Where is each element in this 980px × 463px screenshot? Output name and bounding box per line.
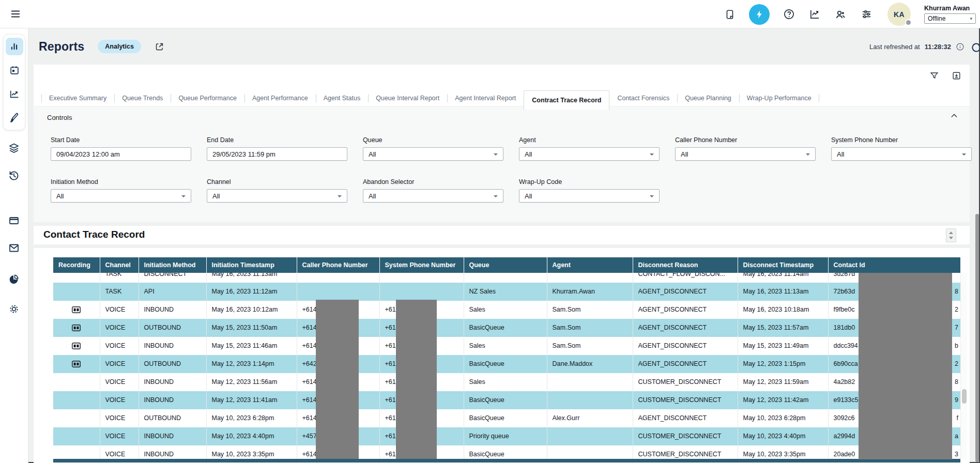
table-row: VOICEINBOUNDMay 15, 2023 11:46am+614+612… (53, 337, 960, 355)
sidebar-item-mail[interactable] (5, 239, 23, 257)
sidebar-item-gear[interactable] (5, 300, 23, 318)
table-header-row: RecordingChannelInitiation MethodInitiat… (53, 257, 960, 273)
chevron-up-icon[interactable] (950, 112, 958, 120)
cell-disconnect-reason: AGENT_DISCONNECT (633, 301, 738, 319)
table-vertical-scrollbar-thumb[interactable] (962, 389, 967, 404)
contact-id-end: 9 (955, 391, 958, 409)
tab-queue-interval-report[interactable]: Queue Interval Report (368, 90, 447, 106)
tab-agent-performance[interactable]: Agent Performance (244, 90, 316, 106)
cell-disconnect-reason: CONTACT_FLOW_DISCON... (633, 273, 738, 283)
cell-disconnect-reason: AGENT_DISCONNECT (633, 355, 738, 373)
tab-queue-performance[interactable]: Queue Performance (171, 90, 244, 106)
presence-value: Offline (928, 15, 945, 22)
notepad-icon[interactable] (723, 8, 737, 21)
scroll-spinner[interactable] (946, 228, 956, 242)
filter-agent: AgentAll (519, 136, 660, 161)
tab-queue-trends[interactable]: Queue Trends (114, 90, 171, 106)
table-row: VOICEINBOUNDMay 12, 2023 11:41am+614+612… (53, 391, 960, 409)
tab-contract-trace-record[interactable]: Contract Trace Record (524, 90, 609, 110)
sidebar-item-window[interactable] (5, 212, 23, 229)
filter-select-system-phone-number[interactable]: All (831, 147, 972, 161)
cell-agent (547, 273, 633, 283)
recording-icon[interactable] (72, 361, 81, 367)
filter-label: Abandon Selector (363, 178, 503, 186)
cell-disconnect-timestamp: May 12, 2023 1:15pm (738, 355, 828, 373)
cell-disconnect-reason: AGENT_DISCONNECT (633, 337, 738, 355)
cell-channel: VOICE (100, 373, 139, 391)
cell-initiation-method: INBOUND (139, 337, 206, 355)
tab-agent-interval-report[interactable]: Agent Interval Report (447, 90, 524, 106)
cell-agent (547, 391, 633, 409)
table-vertical-scrollbar[interactable] (960, 273, 967, 459)
avatar[interactable]: KA (887, 3, 911, 26)
table-block: RecordingChannelInitiation MethodInitiat… (34, 248, 970, 463)
filter-label: Start Date (51, 136, 191, 144)
sidebar-item-bar-chart[interactable] (6, 38, 23, 55)
filter-input-end-date[interactable]: 29/05/2023 11:59 pm (207, 147, 347, 161)
col-contact-id: Contact Id (828, 257, 960, 273)
filter-initiation-method: Initiation MethodAll (51, 178, 191, 203)
tab-queue-planning[interactable]: Queue Planning (677, 90, 739, 106)
recording-icon[interactable] (72, 325, 81, 331)
filter-label: System Phone Number (831, 136, 972, 144)
last-refreshed-time: 11:28:32 (925, 43, 951, 51)
spinner-up-icon[interactable] (949, 232, 953, 234)
download-icon[interactable] (952, 71, 961, 81)
sidebar-item-calendar[interactable] (6, 61, 23, 79)
sidebar-item-brush[interactable] (6, 109, 23, 127)
table-row: VOICEINBOUNDMay 12, 2023 11:56am+614+612… (53, 373, 960, 391)
help-icon[interactable] (782, 8, 795, 21)
filter-input-start-date[interactable]: 09/04/2023 12:00 am (51, 147, 191, 161)
recording-icon[interactable] (72, 306, 81, 313)
cell-channel: VOICE (100, 301, 139, 319)
filter-label: Queue (363, 136, 503, 144)
page-scrollbar[interactable] (975, 214, 979, 462)
chevron-down-icon: ▾ (970, 16, 972, 21)
cell-agent: Sam.Som (547, 301, 633, 319)
sidebar-item-pie-chart[interactable] (5, 270, 23, 288)
cell-disconnect-reason: AGENT_DISCONNECT (633, 409, 738, 427)
table-horizontal-scrollbar[interactable] (53, 459, 960, 462)
topbar-actions: KA Khurram Awan Offline ▾ (723, 0, 976, 28)
panel-tools (929, 71, 961, 81)
sidebar-item-layers[interactable] (5, 140, 23, 157)
tab-contact-forensics[interactable]: Contact Forensics (609, 90, 677, 106)
cell-queue: BasicQueue (464, 391, 547, 409)
table-row: TASKAPIMay 16, 2023 11:12amNZ SalesKhurr… (53, 283, 960, 301)
recording-icon[interactable] (72, 343, 81, 349)
settings-sliders-icon[interactable] (860, 8, 873, 21)
lightning-icon[interactable] (749, 4, 770, 25)
table-row: TASKDISCONNECTMay 16, 2023 11:13amCONTAC… (53, 273, 960, 283)
user-block: Khurram Awan Offline ▾ (924, 5, 976, 24)
info-icon[interactable] (956, 42, 964, 51)
cell-disconnect-reason: CUSTOMER_DISCONNECT (633, 427, 738, 445)
user-name: Khurram Awan (924, 5, 976, 12)
filter-icon[interactable] (929, 71, 939, 81)
sidebar-item-history[interactable] (5, 167, 23, 184)
filter-select-abandon-selector[interactable]: All (363, 189, 503, 203)
cell-agent: Dane.Maddox (547, 355, 633, 373)
filter-select-channel[interactable]: All (207, 189, 347, 203)
menu-icon[interactable] (7, 6, 24, 22)
filter-label: Channel (207, 178, 347, 186)
metrics-icon[interactable] (808, 8, 821, 21)
filter-select-agent[interactable]: All (519, 147, 660, 161)
cell-recording (53, 319, 100, 337)
users-icon[interactable] (834, 8, 847, 21)
report-panel: Executive SummaryQueue TrendsQueue Perfo… (34, 65, 970, 222)
spinner-down-icon[interactable] (949, 237, 953, 239)
tab-executive-summary[interactable]: Executive Summary (41, 90, 114, 106)
filter-select-initiation-method[interactable]: All (51, 189, 191, 203)
contact-id-end: b (955, 337, 958, 355)
col-system-phone-number: System Phone Number (379, 257, 464, 273)
tab-wrap-up-performance[interactable]: Wrap-Up Performance (739, 90, 819, 106)
filter-select-queue[interactable]: All (363, 147, 503, 161)
filter-select-caller-phone-number[interactable]: All (675, 147, 816, 161)
tab-agent-status[interactable]: Agent Status (316, 90, 369, 106)
filter-abandon-selector: Abandon SelectorAll (363, 178, 503, 203)
presence-select[interactable]: Offline ▾ (924, 13, 976, 24)
external-link-icon[interactable] (155, 42, 164, 52)
refresh-icon[interactable] (970, 41, 980, 54)
sidebar-item-line-chart[interactable] (6, 85, 23, 103)
filter-select-wrap-up-code[interactable]: All (519, 189, 660, 203)
